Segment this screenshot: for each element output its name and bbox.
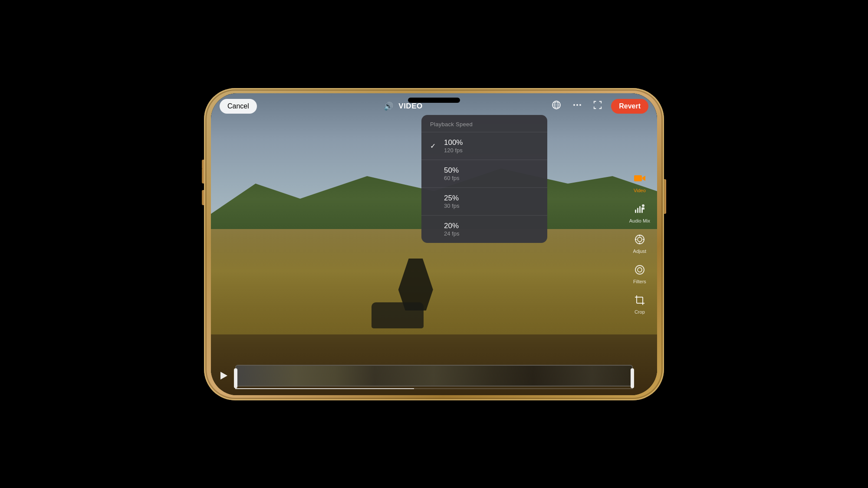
video-sidebar-label: Video [634, 188, 646, 193]
option-100-fps: 120 fps [444, 147, 463, 154]
video-sidebar-icon [634, 174, 646, 186]
playback-option-50[interactable]: 50% 60 fps [421, 160, 547, 187]
check-icon-100: ✓ [430, 142, 439, 150]
option-25-content: 25% 30 fps [444, 194, 459, 209]
adjust-sidebar-label: Adjust [633, 249, 647, 254]
svg-point-21 [635, 265, 644, 274]
option-50-percent: 50% [444, 166, 459, 175]
svg-rect-10 [635, 210, 636, 213]
grass [211, 229, 657, 335]
more-options-icon[interactable] [570, 98, 584, 115]
svg-point-22 [638, 268, 642, 272]
filters-sidebar-icon [634, 264, 645, 277]
option-100-percent: 100% [444, 138, 463, 147]
svg-point-14 [642, 204, 644, 207]
sidebar-item-crop[interactable]: Crop [631, 291, 648, 318]
mute-switch[interactable] [202, 160, 204, 169]
motorcycle [372, 302, 424, 328]
adjust-sidebar-icon [634, 234, 645, 247]
minimize-icon[interactable] [591, 98, 604, 114]
crop-sidebar-icon [634, 295, 645, 308]
option-20-percent: 20% [444, 222, 459, 230]
timeline-thumbnails [236, 366, 632, 386]
svg-marker-9 [642, 176, 645, 181]
playback-speed-icon[interactable] [549, 98, 563, 115]
option-25-fps: 30 fps [444, 203, 459, 209]
bottom-controls [211, 343, 657, 395]
option-100-content: 100% 120 fps [444, 138, 463, 154]
video-title: VIDEO [398, 102, 422, 111]
crop-sidebar-label: Crop [635, 309, 645, 314]
playback-option-20[interactable]: 20% 24 fps [421, 215, 547, 243]
play-button[interactable] [219, 371, 228, 383]
top-right-controls: Revert [549, 98, 648, 115]
phone-screen: Cancel 🔊 VIDEO [211, 93, 657, 395]
sidebar-item-video[interactable]: Video [631, 170, 648, 197]
filters-sidebar-label: Filters [633, 279, 646, 284]
playback-option-25[interactable]: 25% 30 fps [421, 187, 547, 215]
volume-icon[interactable]: 🔊 [384, 102, 393, 111]
right-sidebar: Video Audio Mix [627, 170, 653, 318]
playback-speed-dropdown: Playback Speed ✓ 100% 120 fps 50% 60 fps [421, 115, 547, 243]
audio-mix-sidebar-label: Audio Mix [629, 218, 650, 223]
option-20-fps: 24 fps [444, 230, 459, 237]
timeline-handle-right[interactable] [631, 368, 634, 388]
volume-down-button[interactable] [202, 190, 204, 205]
svg-point-5 [573, 104, 575, 106]
timeline-strip[interactable] [235, 365, 633, 386]
sidebar-item-filters[interactable]: Filters [631, 261, 649, 288]
svg-marker-27 [220, 372, 227, 380]
playback-option-100[interactable]: ✓ 100% 120 fps [421, 132, 547, 160]
phone-container: Cancel 🔊 VIDEO [204, 88, 664, 400]
sidebar-item-audio-mix[interactable]: Audio Mix [627, 200, 653, 227]
timeline-handle-left[interactable] [234, 368, 237, 388]
svg-rect-8 [634, 175, 642, 181]
timeline-progress-fill [235, 388, 414, 389]
svg-rect-12 [639, 206, 641, 213]
option-50-fps: 60 fps [444, 175, 459, 181]
audio-mix-sidebar-icon [634, 203, 645, 216]
cancel-button[interactable]: Cancel [220, 99, 257, 114]
top-center-controls: 🔊 VIDEO [384, 102, 422, 111]
dropdown-header: Playback Speed [421, 115, 547, 132]
svg-point-7 [579, 104, 581, 106]
option-20-content: 20% 24 fps [444, 222, 459, 237]
sidebar-item-adjust[interactable]: Adjust [631, 230, 649, 257]
svg-rect-11 [637, 208, 638, 213]
volume-up-button[interactable] [202, 168, 204, 183]
svg-point-6 [576, 104, 578, 106]
option-50-content: 50% 60 fps [444, 166, 459, 181]
power-button[interactable] [664, 179, 666, 214]
revert-button[interactable]: Revert [611, 99, 648, 114]
timeline-progress-bar [235, 388, 633, 389]
svg-point-16 [638, 237, 642, 242]
option-25-percent: 25% [444, 194, 459, 203]
